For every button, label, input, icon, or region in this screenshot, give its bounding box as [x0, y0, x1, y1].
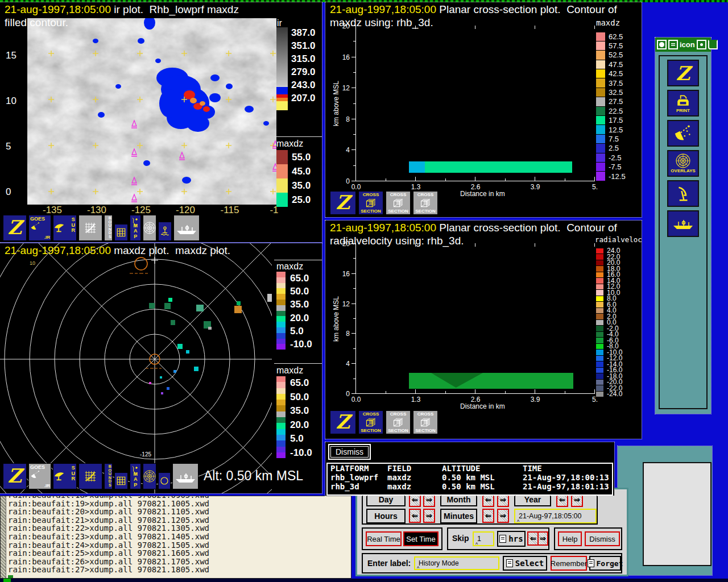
ir-colorbar-value: 243.0: [291, 80, 316, 91]
timestamp: 21-aug-1997,18:05:00: [5, 244, 111, 256]
hours-prev-button[interactable]: ⇐: [409, 509, 421, 523]
map-button[interactable]: M A P: [130, 215, 141, 241]
iconify-icon[interactable]: [697, 40, 706, 49]
help-button[interactable]: Help: [558, 531, 582, 546]
terminal-cursor[interactable]: [8, 575, 13, 579]
dismiss-button[interactable]: Dismiss: [330, 446, 369, 458]
resize-corner-icon[interactable]: [708, 40, 718, 49]
set-time-button[interactable]: Set Time: [403, 531, 439, 546]
skip-units-button[interactable]: hrs: [497, 531, 526, 547]
cross-section-button-1[interactable]: CROSSSECTION: [358, 191, 383, 215]
window-menu-icon[interactable]: [668, 40, 678, 49]
section-label: SECTION: [388, 209, 408, 214]
goes-ir-button[interactable]: GOES.IR: [28, 463, 51, 489]
remember-button[interactable]: Remember: [551, 556, 587, 571]
color-swatch: [596, 385, 603, 391]
reflectivity-cell: [208, 327, 212, 330]
z-logo-button[interactable]: Z: [330, 410, 356, 434]
cross-section-button-3[interactable]: CROSSSECTION: [413, 410, 438, 434]
grid-button[interactable]: [114, 224, 128, 241]
table-row: rhb_lowprfmaxdz0.50 km MSL21-Aug-97,18:0…: [328, 473, 612, 482]
dismiss-button-frame: Dismiss: [328, 444, 371, 460]
terminal-scrollbar[interactable]: [1, 496, 6, 578]
ppi-colorbar2: 65.050.035.020.05.0-10.0: [276, 376, 286, 458]
radar-grid-icon: [84, 222, 97, 234]
cross-section-button-3[interactable]: CROSSSECTION: [413, 191, 438, 215]
time-mode-group: Real Time Set Time: [362, 527, 442, 550]
platform-field-dialog: Dismiss PLATFORMFIELDALTITUDETIMErhb_low…: [325, 442, 614, 496]
title-text: maxdz plot. maxdz plot.: [111, 244, 230, 256]
color-value: 20.0: [290, 313, 309, 324]
z-logo-button[interactable]: Z: [3, 463, 27, 489]
z-logo-button[interactable]: Z: [330, 191, 356, 215]
ir-sublabel: .IR: [44, 235, 50, 240]
color-value: 37.5: [609, 79, 623, 88]
color-swatch: [596, 290, 603, 296]
surveillance-radar-button[interactable]: S U R: [53, 215, 77, 241]
rings-overlay-button[interactable]: [143, 215, 156, 241]
z-logo-button[interactable]: Z: [667, 60, 699, 86]
x-top-tick: [475, 243, 475, 247]
cross-section-button-1[interactable]: CROSSSECTION: [358, 410, 383, 434]
forget-button[interactable]: Forget: [589, 556, 621, 571]
terminal-window[interactable]: rain:beaufait:18>xdump.all 970821.0905.x…: [0, 496, 351, 579]
time-value-field[interactable]: 21-Aug-97,18:05:00: [514, 509, 597, 523]
minutes-next-button[interactable]: ⇒: [497, 509, 509, 523]
reflectivity-cell: [173, 370, 176, 373]
bounds-button[interactable]: B O U N D S: [104, 463, 113, 489]
ship-button[interactable]: [172, 463, 198, 489]
overlays-button[interactable]: OVERLAYS: [667, 150, 699, 177]
column-header: ALTITUDE: [442, 464, 523, 473]
z-logo-button[interactable]: Z: [3, 215, 27, 241]
color-value: 22.5: [609, 107, 623, 115]
window-menu-circle-icon[interactable]: [657, 40, 667, 49]
minutes-prev-button[interactable]: ⇐: [482, 509, 494, 523]
color-swatch: [276, 311, 286, 317]
radar-antenna-icon: [675, 184, 692, 203]
buoy-button[interactable]: [158, 222, 172, 241]
desktop: 21-aug-1997,18:05:00 ir plot. Rhb_lowprf…: [0, 0, 728, 582]
reflectivity-cell: [167, 387, 169, 390]
satellite-dish-button[interactable]: [667, 120, 699, 147]
ship-button[interactable]: [173, 215, 200, 241]
skip-forward-button[interactable]: ⇒: [537, 531, 548, 546]
real-time-button[interactable]: Real Time: [366, 531, 402, 546]
x-axis-title: Distance in km: [460, 190, 505, 198]
hours-next-button[interactable]: ⇒: [423, 509, 435, 523]
y-minor-tick: [353, 165, 355, 166]
empty-panel: [643, 462, 712, 566]
skip-value-field[interactable]: 1: [473, 531, 494, 546]
bounds-button[interactable]: B O U N D S: [104, 215, 113, 241]
label-value-field[interactable]: History Mode: [414, 556, 499, 570]
cross-section-button-2[interactable]: CROSSSECTION: [386, 191, 411, 215]
color-value: 57.5: [609, 41, 623, 50]
ir-colorbar-value: 351.0: [291, 40, 316, 52]
cross-section-button-2[interactable]: CROSSSECTION: [386, 410, 411, 434]
icon-panel-body: ZPRINTOVERLAYS: [659, 55, 708, 409]
radar-grid-button[interactable]: [78, 215, 102, 241]
y-axis-title: km above MSL: [332, 293, 340, 344]
dismiss-button[interactable]: Dismiss: [585, 531, 620, 546]
buoy-icon: [159, 226, 171, 237]
goes-ir-button[interactable]: GOES.IR: [28, 215, 51, 241]
surveillance-radar-button[interactable]: S U R: [53, 463, 77, 489]
select-button[interactable]: Select: [503, 556, 547, 571]
map-button[interactable]: M A P: [130, 463, 141, 489]
table-cell: 21-Aug-97,18:00:13: [523, 473, 612, 482]
color-swatch: [596, 332, 603, 338]
grid-button[interactable]: [114, 472, 128, 489]
radar-grid-button[interactable]: [78, 463, 102, 489]
rings-overlay-button[interactable]: [143, 463, 156, 489]
ship-button[interactable]: [667, 210, 699, 237]
x-tick-label: 3.9: [528, 183, 543, 191]
color-swatch: [596, 373, 603, 379]
circle-overlay-button[interactable]: [158, 472, 171, 489]
x-tick: [594, 389, 595, 393]
maxdz-colorbar-row: 35.0: [276, 178, 311, 193]
date-time-group: Day ⇐ ⇒ Month ⇐ ⇒ Year ⇐ ⇒ Hours ⇐ ⇒ Min…: [362, 492, 598, 525]
satellite-dish-icon: [673, 124, 693, 143]
xsec-toolbar: ZCROSSSECTIONCROSSSECTIONCROSSSECTION: [330, 410, 438, 434]
color-swatch: [276, 440, 286, 446]
print-button[interactable]: PRINT: [667, 90, 699, 117]
radar-antenna-button[interactable]: [667, 180, 699, 207]
